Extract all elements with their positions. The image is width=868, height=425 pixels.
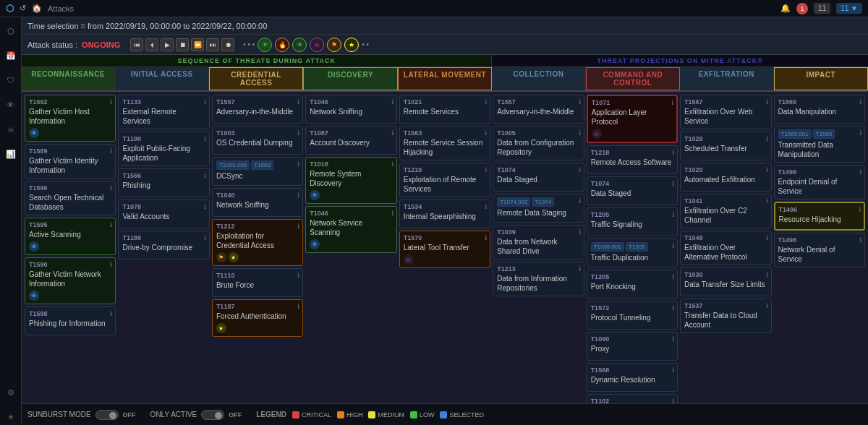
- card-T1596[interactable]: T1596 Search Open Technical Databases ℹ: [25, 181, 116, 215]
- card-title: Resource Hijacking: [779, 215, 860, 224]
- card-linked-ids: T1565.001 T1565: [778, 129, 861, 139]
- card-T1205[interactable]: T1205 Traffic Signaling ℹ: [587, 207, 678, 236]
- card-T1205-pk[interactable]: T1205 Port Knocking ℹ: [587, 270, 678, 299]
- card-T1030[interactable]: T1030 Data Transfer Size Limits ℹ: [680, 267, 771, 296]
- card-col-T1074[interactable]: T1074 Data Staged ℹ: [493, 163, 584, 192]
- card-col-T1557[interactable]: T1557 Adversary-in-the-Middle ℹ: [493, 95, 584, 124]
- card-T1499[interactable]: T1499 Endpoint Denial of Service ℹ: [774, 165, 865, 199]
- card-col-T1039[interactable]: T1039 Data from Network Shared Drive ℹ: [493, 225, 584, 259]
- btn-prev[interactable]: ⏴: [145, 38, 158, 51]
- card-T1565-001[interactable]: T1565.001 T1565 Transmitted Data Manipul…: [774, 126, 865, 163]
- btn-stop[interactable]: ⏹: [176, 38, 189, 51]
- card-icons: ★: [216, 323, 299, 333]
- card-T1595[interactable]: T1595 Active Scanning 👁 ℹ: [25, 218, 116, 255]
- version-badge[interactable]: 11 ▼: [836, 3, 862, 14]
- card-T1537[interactable]: T1537 Transfer Data to Cloud Account ℹ: [680, 299, 771, 333]
- card-T1003-006[interactable]: T1003.006 T1003 DCSync ℹ: [212, 157, 303, 186]
- card-id: T1071: [592, 99, 673, 106]
- info-icon: ℹ: [485, 98, 487, 106]
- info-icon: ℹ: [110, 147, 112, 155]
- card-T1212[interactable]: T1212 Exploitation for Credential Access…: [212, 219, 303, 266]
- card-T1102[interactable]: T1102 Web Service ℹ: [587, 394, 678, 403]
- notification-icon[interactable]: 🔔: [780, 4, 791, 13]
- sidebar-icon-shield[interactable]: 🛡: [3, 72, 19, 88]
- card-T1567[interactable]: T1567 Exfiltration Over Web Service ℹ: [680, 95, 771, 129]
- sidebar-icon-chart[interactable]: 📊: [3, 146, 19, 162]
- card-T1133[interactable]: T1133 External Remote Services ℹ: [118, 95, 209, 129]
- card-T1021[interactable]: T1021 Remote Services ℹ: [399, 95, 490, 124]
- card-T1020[interactable]: T1020 Automated Exfiltration ℹ: [680, 163, 771, 192]
- card-T1029[interactable]: T1029 Scheduled Transfer ℹ: [680, 132, 771, 160]
- legend-critical: CRITICAL: [292, 411, 331, 418]
- sunburst-toggle[interactable]: [95, 410, 119, 420]
- btn-skip-end[interactable]: ⏭: [206, 38, 219, 51]
- dot-skull[interactable]: ☠: [310, 38, 324, 52]
- info-icon: ℹ: [766, 234, 768, 241]
- card-title: Data from Information Repositories: [497, 274, 579, 293]
- card-T1041[interactable]: T1041 Exfiltration Over C2 Channel ℹ: [680, 194, 771, 228]
- card-T1565[interactable]: T1565 Data Manipulation ℹ: [774, 95, 865, 124]
- card-cred-T1557[interactable]: T1557 Adversary-in-the-Middle ℹ: [212, 95, 303, 124]
- dot-flag[interactable]: ⚑: [327, 38, 341, 52]
- card-T1046-disc[interactable]: T1046 Network Sniffing ℹ: [305, 95, 396, 124]
- card-T1189[interactable]: T1189 Drive-by Compromise ℹ: [118, 231, 209, 259]
- card-col-T1074-002[interactable]: T1074.002 T1074 Remote Data Staging ℹ: [493, 194, 584, 223]
- card-T1210[interactable]: T1210 Exploitation of Remote Services ℹ: [399, 163, 490, 197]
- card-T1046-scan[interactable]: T1046 Network Service Scanning 👁 ℹ: [305, 206, 396, 253]
- card-T1568[interactable]: T1568 Dynamic Resolution ℹ: [587, 363, 678, 392]
- active-toggle-row: ONLY ACTIVE OFF: [150, 410, 242, 420]
- dot-green[interactable]: 👁: [258, 38, 272, 52]
- btn-next[interactable]: ⏩: [191, 38, 204, 51]
- sidebar-icon-sun[interactable]: ☀: [3, 409, 19, 425]
- card-T1589[interactable]: T1589 Gather Victim Identity Information…: [25, 144, 116, 179]
- card-T1078[interactable]: T1078 Valid Accounts ℹ: [118, 199, 209, 228]
- card-T1566[interactable]: T1566 Phishing ℹ: [118, 168, 209, 197]
- card-T1048[interactable]: T1048 Exfiltration Over Alternative Prot…: [680, 231, 771, 265]
- card-T1090[interactable]: T1090 Proxy ℹ: [587, 332, 678, 361]
- card-title: Remote Access Software: [591, 158, 673, 167]
- card-T1087[interactable]: T1087 Account Discovery ℹ: [305, 126, 396, 155]
- card-T1598[interactable]: T1598 Phishing for Information ℹ: [25, 306, 116, 335]
- card-T1018[interactable]: T1018 Remote System Discovery 👁 ℹ: [305, 157, 396, 204]
- sidebar-icon-eye[interactable]: 👁: [3, 97, 19, 113]
- card-id: T1589: [29, 147, 111, 155]
- sidebar-icon-skull[interactable]: ☠: [3, 121, 19, 137]
- dot-orange[interactable]: 🔥: [275, 38, 289, 52]
- card-T1496[interactable]: T1496 Resource Hijacking ℹ: [774, 202, 865, 231]
- card-T1592[interactable]: T1592 Gather Victim Host Information 👁 ℹ: [25, 95, 116, 142]
- sidebar-icon-calendar[interactable]: 📅: [3, 48, 19, 64]
- card-T1009-001[interactable]: T1009.001 T1305 Traffic Duplication ℹ: [587, 239, 678, 267]
- card-id: T1041: [684, 197, 767, 205]
- card-T1563[interactable]: T1563 Remote Service Session Hijacking ℹ: [399, 126, 490, 160]
- card-T1071[interactable]: T1071 Application Layer Protocol ☠ ℹ: [587, 95, 678, 143]
- card-id: T1003: [216, 129, 299, 137]
- card-cmd-T1074[interactable]: T1074 Data Staged ℹ: [587, 176, 678, 205]
- btn-skip-start[interactable]: ⏮: [130, 38, 143, 51]
- card-T1187[interactable]: T1187 Forced Authentication ★ ℹ: [212, 299, 303, 337]
- card-title: Protocol Tunneling: [591, 313, 673, 322]
- card-T1040-cred[interactable]: T1040 Network Sniffing ℹ: [212, 188, 303, 217]
- sidebar-icon-home[interactable]: ⬡: [3, 23, 19, 39]
- card-T1590[interactable]: T1590 Gather Victim Network Information …: [25, 257, 116, 304]
- card-T1570[interactable]: T1570 Lateral Tool Transfer ☠ ℹ: [399, 231, 490, 268]
- card-T1534[interactable]: T1534 Internal Spearphishing ℹ: [399, 199, 490, 228]
- card-col-T1213[interactable]: T1213 Data from Information Repositories…: [493, 262, 584, 296]
- btn-play[interactable]: ▶: [161, 38, 174, 51]
- card-T1190[interactable]: T1190 Exploit Public-Facing Application …: [118, 132, 209, 166]
- dot-eye2[interactable]: 👁: [292, 38, 307, 52]
- history-icon[interactable]: ↺: [20, 4, 26, 13]
- card-T1003[interactable]: T1003 OS Credential Dumping ℹ: [212, 126, 303, 155]
- active-toggle[interactable]: [201, 410, 224, 420]
- card-T1110[interactable]: T1110 Brute Force ℹ: [212, 268, 303, 297]
- card-T1218[interactable]: T1218 Remote Access Software ℹ: [587, 145, 678, 174]
- dot-star[interactable]: ★: [344, 38, 359, 52]
- card-col-T1005[interactable]: T1005 Data from Configuration Repository…: [493, 126, 584, 160]
- btn-record[interactable]: ⏺: [221, 38, 234, 51]
- card-T1572[interactable]: T1572 Protocol Tunneling ℹ: [587, 301, 678, 330]
- card-T1498[interactable]: T1498 Network Denial of Service ℹ: [774, 233, 865, 267]
- sidebar-icon-settings[interactable]: ⚙: [3, 385, 19, 400]
- info-icon: ℹ: [579, 98, 581, 106]
- legend-text-medium: MEDIUM: [378, 411, 404, 418]
- cards-body[interactable]: T1592 Gather Victim Host Information 👁 ℹ…: [22, 92, 868, 403]
- home-icon[interactable]: 🏠: [32, 4, 42, 13]
